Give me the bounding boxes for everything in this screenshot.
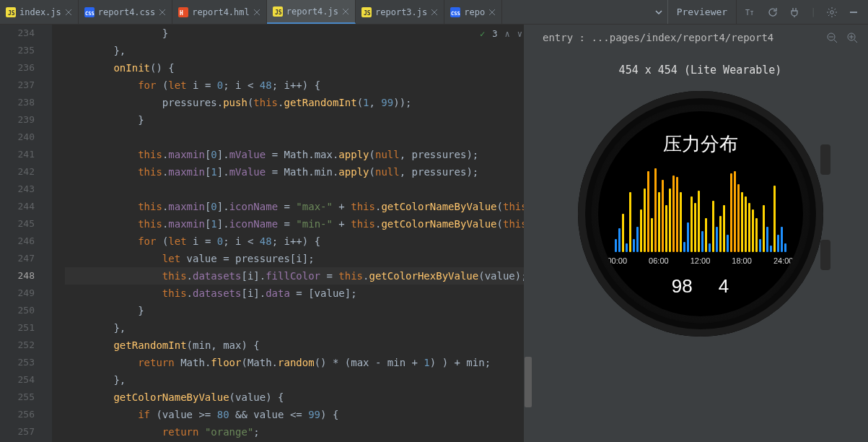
max-value: 98 (672, 275, 693, 298)
x-tick: 24:00 (773, 256, 794, 265)
minimize-icon[interactable] (848, 6, 859, 18)
code-line[interactable]: return "orange"; (65, 423, 532, 441)
line-number[interactable]: 251 (0, 319, 35, 337)
bar (781, 227, 783, 252)
line-number[interactable]: 257 (0, 423, 35, 441)
code-line[interactable]: } (65, 111, 532, 129)
code-line[interactable]: }, (65, 42, 532, 59)
code-line[interactable]: this.maxmin[1].iconName = "min-" + this.… (65, 215, 532, 233)
bar (770, 246, 772, 252)
code-area[interactable]: } }, onInit() { for (let i = 0; i < 48; … (52, 25, 532, 442)
text-size-icon[interactable]: Tт (745, 6, 757, 18)
code-line[interactable]: }, (65, 371, 532, 389)
line-number[interactable]: 252 (0, 337, 35, 354)
editor-vertical-scrollbar[interactable] (524, 25, 532, 442)
x-tick: 06:00 (649, 256, 669, 265)
bar (766, 227, 768, 252)
min-value: 4 (719, 275, 729, 298)
tab-label: index.js (19, 7, 61, 17)
code-line[interactable]: }, (65, 319, 532, 337)
line-number[interactable]: 238 (0, 94, 35, 111)
gear-icon[interactable] (826, 6, 838, 18)
bar (691, 196, 693, 252)
close-icon[interactable] (65, 9, 72, 16)
close-icon[interactable] (342, 8, 349, 15)
close-icon[interactable] (159, 9, 166, 16)
line-number[interactable]: 253 (0, 354, 35, 371)
prev-highlight-icon[interactable]: ∧ (505, 29, 510, 39)
code-line[interactable]: onInit() { (65, 59, 532, 77)
line-number[interactable]: 246 (0, 233, 35, 250)
code-line[interactable]: } (65, 25, 532, 42)
code-line[interactable]: this.maxmin[0].iconName = "max-" + this.… (65, 198, 532, 215)
svg-text:CSS: CSS (451, 11, 460, 17)
refresh-icon[interactable] (767, 6, 779, 18)
close-icon[interactable] (431, 9, 438, 16)
code-line[interactable]: if (value >= 80 && value <= 99) { (65, 406, 532, 423)
bar (654, 168, 657, 252)
close-icon[interactable] (253, 9, 260, 16)
code-line[interactable]: let value = pressures[i]; (65, 250, 532, 267)
line-number[interactable]: 243 (0, 181, 35, 198)
tab-overflow-dropdown[interactable] (650, 0, 668, 24)
code-line[interactable]: getColorNameByValue(value) { (65, 389, 532, 406)
line-number[interactable]: 242 (0, 163, 35, 181)
bar (615, 239, 617, 252)
tab-index-js[interactable]: JSindex.js (0, 0, 79, 24)
code-line[interactable]: this.maxmin[1].mValue = Math.min.apply(n… (65, 163, 532, 181)
bar (719, 216, 722, 252)
bar-chart (607, 167, 794, 252)
code-line[interactable] (65, 181, 532, 198)
svg-rect-14 (850, 12, 857, 13)
line-number[interactable]: 235 (0, 42, 35, 59)
file-icon: H (178, 7, 188, 17)
tab-label: report4.css (98, 7, 155, 17)
line-number[interactable]: 241 (0, 146, 35, 163)
next-highlight-icon[interactable]: ∨ (517, 29, 522, 39)
code-line[interactable]: pressures.push(this.getRandomInt(1, 99))… (65, 94, 532, 111)
line-number[interactable]: 250 (0, 302, 35, 319)
code-line[interactable]: this.datasets[i].fillColor = this.getCol… (65, 267, 532, 285)
line-number[interactable]: 240 (0, 129, 35, 146)
line-number[interactable]: 249 (0, 285, 35, 302)
bar (727, 235, 729, 252)
close-icon[interactable] (488, 9, 496, 16)
watch-screen[interactable]: 压力分布 00:0006:0012:0018:0024:00 98 4 (598, 111, 803, 316)
line-number[interactable]: 239 (0, 111, 35, 129)
previewer-tab: Previewer (668, 0, 737, 24)
zoom-out-icon[interactable] (826, 32, 838, 43)
line-number[interactable]: 237 (0, 77, 35, 94)
code-line[interactable]: for (let i = 0; i < 48; i++) { (65, 77, 532, 94)
tab-report3-js[interactable]: JSreport3.js (356, 0, 444, 24)
tab-report4-hml[interactable]: Hreport4.hml (172, 0, 266, 24)
bar (629, 192, 631, 252)
code-line[interactable]: return Math.floor(Math.random() * (max -… (65, 354, 532, 371)
tab-repo[interactable]: CSSrepo (444, 0, 502, 24)
code-line[interactable]: for (let i = 0; i < 48; i++) { (65, 233, 532, 250)
inspection-widget[interactable]: ✓ 3 ∧ ∨ (480, 29, 522, 39)
line-number[interactable]: 245 (0, 215, 35, 233)
line-number[interactable]: 248 (0, 267, 35, 285)
code-line[interactable]: getRandomInt(min, max) { (65, 337, 532, 354)
line-number[interactable]: 256 (0, 406, 35, 423)
bar (640, 209, 642, 252)
line-number[interactable]: 236 (0, 59, 35, 77)
tab-report4-js[interactable]: JSreport4.js (267, 0, 356, 24)
bar (723, 205, 725, 252)
line-number[interactable]: 244 (0, 198, 35, 215)
code-line[interactable] (65, 129, 532, 146)
zoom-in-icon[interactable] (846, 32, 858, 43)
line-number[interactable]: 254 (0, 371, 35, 389)
line-number[interactable]: 255 (0, 389, 35, 406)
line-number[interactable]: 234 (0, 25, 35, 42)
line-number[interactable]: 247 (0, 250, 35, 267)
code-editor[interactable]: 2342352362372382392402412422432442452462… (0, 25, 532, 442)
code-line[interactable]: this.datasets[i].data = [value]; (65, 285, 532, 302)
plug-icon[interactable] (789, 6, 800, 18)
code-line[interactable]: this.maxmin[0].mValue = Math.max.apply(n… (65, 146, 532, 163)
tab-report4-css[interactable]: CSSreport4.css (79, 0, 172, 24)
svg-text:JS: JS (275, 9, 282, 16)
bar (626, 243, 628, 252)
scrollbar-thumb[interactable] (525, 357, 532, 407)
code-line[interactable]: } (65, 302, 532, 319)
